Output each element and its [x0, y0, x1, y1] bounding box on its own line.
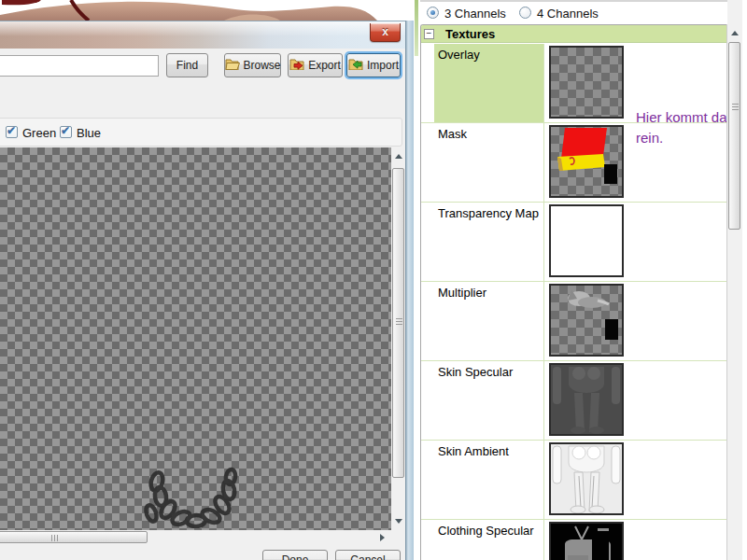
texture-row-label: Transparency Map — [438, 206, 539, 220]
row-thumb-cell[interactable] — [543, 203, 727, 281]
channel-checkbox-group: ✔ Green ✔ Blue — [0, 118, 402, 147]
texture-row-label: Skin Ambient — [438, 444, 509, 458]
row-thumb-cell[interactable] — [543, 282, 727, 360]
open-folder-icon — [225, 58, 240, 73]
scroll-up-icon[interactable] — [395, 154, 402, 159]
multiplier-thumbnail-image — [551, 286, 622, 355]
overlay-thumbnail[interactable] — [549, 46, 624, 119]
texture-row-label: Clothing Specular — [438, 524, 534, 538]
skin-ambient-thumbnail-image — [551, 444, 622, 513]
radio-4-channels[interactable] — [519, 7, 531, 19]
texture-row-clothing-specular[interactable]: Clothing Specular — [421, 520, 726, 560]
row-label-cell[interactable]: Skin Specular — [434, 361, 543, 440]
thumb-grip — [396, 318, 402, 325]
multiplier-thumbnail[interactable] — [549, 284, 624, 357]
texture-row-label: Mask — [438, 127, 467, 141]
import-button[interactable]: Import — [346, 53, 401, 77]
green-channel-checkbox[interactable]: ✔ — [6, 126, 18, 138]
dialog-titlebar[interactable]: x — [0, 21, 414, 49]
mask-thumbnail-image — [551, 127, 622, 196]
texture-row-label: Multiplier — [438, 286, 486, 300]
textures-group-title: Textures — [445, 27, 495, 41]
canvas-vertical-scrollbar[interactable] — [391, 147, 405, 530]
panel-left-border — [415, 0, 418, 56]
radio-selected-dot — [430, 10, 435, 15]
find-button[interactable]: Find — [166, 53, 208, 77]
textures-group-header[interactable]: − Textures — [421, 25, 726, 43]
find-button-label: Find — [176, 59, 198, 72]
blue-channel-checkbox[interactable]: ✔ — [60, 126, 72, 138]
collapse-icon[interactable]: − — [424, 29, 434, 39]
row-thumb-cell[interactable] — [543, 441, 727, 519]
scroll-right-icon[interactable] — [380, 534, 385, 541]
checkmark-icon: ✔ — [61, 124, 70, 137]
note-text: Hier kommt das rein. — [636, 107, 727, 148]
green-channel-label: Green — [22, 126, 56, 140]
browse-button-label: Browse — [244, 59, 281, 72]
window-border — [405, 21, 414, 560]
horizontal-scroll-thumb[interactable] — [0, 531, 148, 543]
texture-editor-dialog: x Find Browse Export — [0, 21, 414, 560]
browse-button[interactable]: Browse — [224, 53, 281, 77]
row-label-cell[interactable]: Skin Ambient — [434, 441, 543, 519]
model-shoulders-image — [0, 0, 415, 21]
textures-panel: 3 Channels 4 Channels − Textures Overlay — [415, 0, 747, 560]
blue-channel-label: Blue — [77, 126, 101, 140]
skin-specular-thumbnail[interactable] — [549, 363, 624, 436]
thumb-grip — [732, 104, 739, 110]
checkmark-icon: ✔ — [7, 124, 16, 137]
chain-texture-image — [129, 467, 252, 528]
import-button-label: Import — [367, 59, 399, 72]
textures-grid: − Textures Overlay Mask — [420, 24, 727, 560]
radio-3-channels-label: 3 Channels — [444, 7, 506, 21]
mask-thumbnail[interactable] — [549, 125, 624, 198]
screen: { "window": { "close_glyph": "x" }, "too… — [0, 0, 747, 560]
texture-row-label: Skin Specular — [438, 365, 513, 379]
cancel-button[interactable]: Cancel — [335, 550, 401, 560]
scroll-up-icon[interactable] — [731, 31, 739, 35]
scroll-down-icon[interactable] — [395, 519, 402, 524]
radio-4-channels-label: 4 Channels — [537, 7, 599, 21]
skin-specular-thumbnail-image — [551, 365, 622, 434]
row-label-cell[interactable]: Clothing Specular — [434, 520, 543, 560]
export-button-label: Export — [308, 59, 341, 72]
close-button[interactable]: x — [370, 23, 401, 42]
done-button[interactable]: Done — [262, 550, 328, 560]
export-folder-icon — [289, 58, 304, 73]
row-label-cell[interactable]: Overlay — [434, 44, 543, 122]
texture-row-multiplier[interactable]: Multiplier — [421, 282, 726, 361]
panel-vertical-scrollbar[interactable] — [727, 0, 742, 560]
3d-model-preview — [0, 0, 415, 21]
transparency-map-thumbnail[interactable] — [549, 204, 624, 277]
texture-row-label: Overlay — [438, 48, 480, 62]
search-input[interactable] — [0, 55, 159, 77]
skin-ambient-thumbnail[interactable] — [549, 442, 624, 515]
row-label-cell[interactable]: Transparency Map — [434, 203, 543, 281]
done-button-label: Done — [282, 553, 309, 560]
clothing-specular-thumbnail-image — [551, 524, 622, 560]
clothing-specular-thumbnail[interactable] — [549, 522, 624, 560]
thumb-grip — [51, 535, 58, 541]
cancel-button-label: Cancel — [350, 553, 385, 560]
vertical-scroll-thumb[interactable] — [728, 42, 740, 230]
row-thumb-cell[interactable] — [543, 520, 727, 560]
import-folder-icon — [348, 58, 363, 73]
row-thumb-cell[interactable] — [543, 361, 727, 440]
row-label-cell[interactable]: Mask — [434, 123, 543, 202]
texture-row-skin-specular[interactable]: Skin Specular — [421, 361, 726, 441]
texture-canvas[interactable] — [0, 147, 391, 530]
row-label-cell[interactable]: Multiplier — [434, 282, 543, 360]
texture-row-transparency-map[interactable]: Transparency Map — [421, 203, 726, 282]
canvas-horizontal-scrollbar[interactable] — [0, 530, 391, 544]
close-icon: x — [382, 25, 388, 38]
dialog-content: Find Browse Export Import — [0, 49, 405, 560]
vertical-scroll-thumb[interactable] — [392, 168, 404, 478]
radio-3-channels[interactable] — [427, 7, 439, 19]
texture-row-skin-ambient[interactable]: Skin Ambient — [421, 441, 726, 520]
export-button[interactable]: Export — [288, 53, 343, 77]
panel-top-border — [420, 0, 734, 2]
